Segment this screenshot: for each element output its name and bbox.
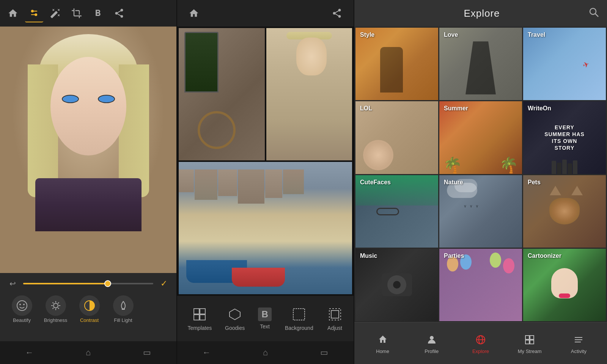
explore-cell-parties[interactable]: Parties — [439, 249, 522, 321]
svg-line-12 — [52, 303, 53, 304]
explore-cell-travel[interactable]: ✈ Travel — [523, 28, 606, 100]
tool-beautify[interactable]: Beautify — [6, 293, 38, 325]
undo-button[interactable]: ↩ — [6, 277, 19, 290]
tool-contrast[interactable]: Contrast — [73, 293, 105, 325]
explore-cell-lol[interactable]: LOL — [355, 101, 438, 174]
nav-home[interactable]: Home — [368, 333, 398, 354]
svg-rect-22 — [293, 309, 305, 320]
crop-button[interactable] — [68, 4, 86, 22]
home-nav-label: Home — [376, 348, 389, 354]
svg-rect-33 — [525, 340, 529, 344]
profile-icon — [425, 333, 439, 347]
svg-rect-34 — [530, 340, 534, 344]
explore-cell-style[interactable]: Style — [355, 28, 438, 100]
background-label: Background — [285, 325, 313, 331]
text-label: Text — [260, 323, 270, 329]
goodies-icon — [226, 306, 243, 323]
collage-share-button[interactable] — [328, 4, 346, 22]
explore-icon — [474, 333, 487, 347]
tool-fill-light[interactable]: Fill Light — [107, 293, 139, 325]
nature-bg: v v v — [439, 175, 522, 248]
summer-bg: 🌴 🌴 — [439, 101, 522, 174]
collage-cell-girl[interactable] — [266, 28, 352, 160]
collage-back-button[interactable]: ← — [195, 343, 218, 362]
svg-rect-20 — [194, 315, 199, 320]
svg-point-25 — [590, 8, 596, 14]
collage-recent-button[interactable]: ▭ — [313, 343, 336, 362]
travel-bg: ✈ — [523, 28, 606, 100]
explore-header: Explore — [354, 0, 607, 27]
explore-cell-love[interactable]: Love — [439, 28, 522, 100]
svg-point-4 — [17, 301, 27, 311]
fill-light-label: Fill Light — [114, 317, 132, 323]
music-label: Music — [360, 253, 377, 259]
palm-decoration-2: 🌴 — [443, 156, 462, 174]
svg-point-7 — [53, 303, 58, 308]
templates-icon — [191, 306, 208, 323]
brightness-slider-container — [23, 283, 153, 284]
panel2-navbar: ← ⌂ ▭ — [177, 341, 354, 364]
explore-cell-summer[interactable]: 🌴 🌴 Summer — [439, 101, 522, 174]
explore-cell-pets[interactable]: Pets — [523, 175, 606, 248]
explore-cell-cartoonizer[interactable]: Cartoonizer — [523, 249, 606, 321]
collage-cell-bike[interactable] — [179, 28, 265, 160]
nav-goodies[interactable]: Goodies — [225, 306, 245, 331]
home-nav-button[interactable]: ⌂ — [77, 343, 100, 362]
beautify-icon — [12, 295, 32, 316]
explore-cell-nature[interactable]: v v v Nature — [439, 175, 522, 248]
bold-button[interactable] — [89, 4, 107, 22]
panel-photo-editor: ↩ ✓ Beautify — [0, 0, 177, 364]
svg-point-5 — [19, 304, 21, 305]
explore-cell-music[interactable]: Music — [355, 249, 438, 321]
parties-bg — [439, 249, 522, 321]
contrast-icon — [79, 295, 100, 316]
svg-line-26 — [595, 14, 598, 17]
nav-adjust[interactable]: Adjust — [327, 306, 343, 331]
slider-track[interactable] — [23, 283, 153, 284]
pets-bg — [523, 175, 606, 248]
recent-button[interactable]: ▭ — [136, 343, 159, 362]
adjust-button[interactable] — [25, 4, 43, 22]
svg-rect-19 — [200, 309, 205, 314]
nav-profile[interactable]: Profile — [417, 333, 447, 354]
svg-line-13 — [58, 308, 59, 309]
nav-text[interactable]: B Text — [258, 308, 272, 329]
tool-brightness[interactable]: Brightness — [39, 293, 72, 325]
search-button[interactable] — [588, 6, 599, 20]
magic-button[interactable] — [46, 4, 64, 22]
nav-templates[interactable]: Templates — [187, 306, 212, 331]
text-icon: B — [258, 308, 272, 321]
boat2-decoration — [232, 268, 285, 287]
panel1-toolbar — [0, 0, 176, 27]
nav-activity[interactable]: Activity — [563, 333, 594, 354]
glasses-decoration — [376, 208, 399, 215]
explore-cell-cutefaces[interactable]: CuteFaces — [355, 175, 438, 248]
home-button[interactable] — [4, 4, 22, 22]
writeon-label: WriteOn — [528, 105, 551, 112]
nav-my-stream[interactable]: My Stream — [514, 333, 545, 354]
nav-background[interactable]: Background — [285, 306, 313, 331]
slider-thumb[interactable] — [104, 280, 111, 287]
svg-rect-21 — [200, 315, 205, 320]
svg-rect-2 — [31, 11, 37, 11]
eye-left — [62, 95, 79, 103]
nav-explore[interactable]: Explore — [465, 333, 496, 354]
lol-label: LOL — [360, 105, 372, 112]
collage-cell-boats[interactable] — [179, 162, 352, 294]
collage-home-button[interactable] — [185, 4, 203, 22]
share-button[interactable] — [110, 4, 128, 22]
svg-line-14 — [58, 303, 59, 304]
collage-home-nav-button[interactable]: ⌂ — [254, 343, 277, 362]
home-icon — [376, 333, 390, 347]
svg-rect-31 — [525, 336, 529, 339]
background-icon — [291, 306, 307, 323]
back-button[interactable]: ← — [18, 343, 41, 362]
explore-cell-writeon[interactable]: WriteOn EVERY SUMMER HAS ITS OWN STORY — [523, 101, 606, 174]
parties-label: Parties — [444, 253, 464, 259]
confirm-button[interactable]: ✓ — [157, 277, 171, 290]
baby-face-decoration — [363, 140, 393, 170]
birds-decoration: v v v — [464, 204, 480, 208]
cartoonizer-label: Cartoonizer — [528, 253, 561, 259]
love-bg — [439, 28, 522, 100]
portrait-face — [28, 34, 149, 231]
